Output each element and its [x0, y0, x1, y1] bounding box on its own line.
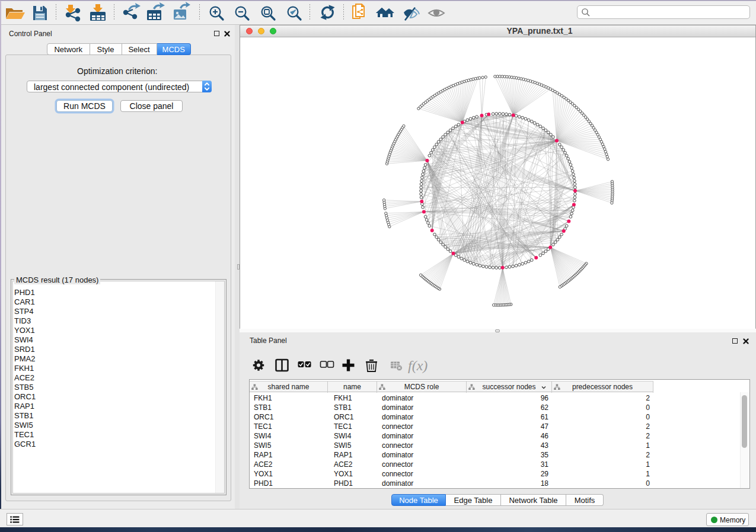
- svg-text:f(x): f(x): [408, 358, 428, 373]
